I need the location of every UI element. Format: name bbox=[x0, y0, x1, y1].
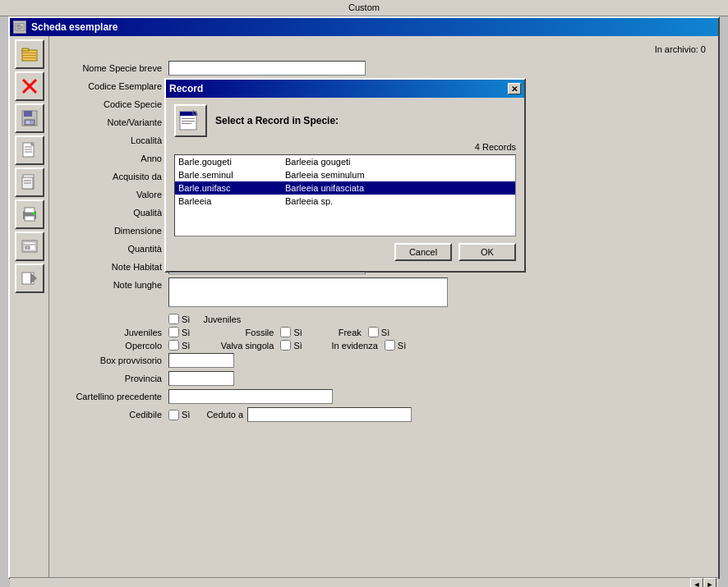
opercolo-cb[interactable] bbox=[168, 340, 179, 351]
sidebar bbox=[10, 36, 49, 577]
ced-si-label: Sì bbox=[182, 410, 190, 420]
svg-rect-32 bbox=[25, 246, 30, 249]
ceduto-a-label: Ceduto a bbox=[206, 410, 243, 420]
cedibile-row: Cedibile Sì Ceduto a bbox=[62, 407, 706, 422]
valv-si-label: Sì bbox=[293, 341, 302, 351]
juveniles-label: Sì bbox=[182, 314, 190, 324]
app-title: Custom bbox=[348, 2, 380, 12]
app-title-bar: Custom bbox=[0, 0, 728, 16]
archive-info: In archivio: 0 bbox=[62, 44, 706, 54]
dialog-icon bbox=[174, 104, 207, 137]
dialog-buttons: Cancel OK bbox=[174, 243, 516, 264]
checkbox-section: Sì Juveniles Juveniles Sì Fossile Sì bbox=[62, 314, 706, 422]
sidebar-settings-btn[interactable] bbox=[15, 232, 44, 261]
record-col1-3: Barleeia bbox=[178, 196, 285, 206]
dialog-header: Select a Record in Specie: bbox=[174, 104, 516, 137]
svg-rect-39 bbox=[182, 123, 191, 124]
cedibile-label: Cedibile bbox=[62, 410, 168, 420]
record-item-1[interactable]: Barle.seminul Barleeia seminulum bbox=[175, 168, 515, 181]
window-icon bbox=[13, 21, 26, 34]
dialog-select-label: Select a Record in Specie: bbox=[215, 115, 339, 126]
record-list[interactable]: Barle.gougeti Barleeia gougeti Barle.sem… bbox=[174, 154, 516, 236]
svg-rect-7 bbox=[23, 53, 36, 53]
svg-point-28 bbox=[32, 213, 35, 215]
svg-rect-9 bbox=[23, 57, 36, 58]
checkbox-row-opercolo: Opercolo Sì Valva singola Sì In evidenza… bbox=[62, 340, 706, 351]
svg-rect-1 bbox=[16, 25, 21, 26]
sidebar-logo-btn[interactable] bbox=[15, 39, 44, 69]
svg-rect-4 bbox=[16, 29, 21, 30]
anno-label: Anno bbox=[62, 154, 168, 163]
juveniles-checkbox[interactable] bbox=[168, 314, 179, 324]
ok-button[interactable]: OK bbox=[458, 243, 516, 261]
svg-rect-37 bbox=[182, 118, 195, 119]
sidebar-print-btn[interactable] bbox=[15, 199, 44, 229]
dialog-title: Record bbox=[169, 83, 203, 94]
bottom-scrollbar: ◄ ► bbox=[10, 577, 718, 587]
sidebar-delete-btn[interactable] bbox=[15, 71, 44, 101]
svg-rect-27 bbox=[25, 216, 35, 221]
record-col2-1: Barleeia seminulum bbox=[285, 170, 365, 180]
cancel-button[interactable]: Cancel bbox=[394, 243, 452, 261]
sidebar-doc2-btn[interactable] bbox=[15, 167, 44, 197]
dialog-title-bar: Record ✕ bbox=[166, 80, 524, 98]
note-variante-label: Note/Variante bbox=[62, 117, 168, 127]
juveniles-group: Sì bbox=[168, 314, 190, 324]
window-title-bar: Scheda esemplare bbox=[10, 18, 718, 36]
scroll-right-btn[interactable]: ► bbox=[703, 578, 716, 588]
record-col2-3: Barleeia sp. bbox=[285, 196, 333, 206]
freak-field-label: Freak bbox=[327, 328, 368, 337]
in-evidenza-cb[interactable] bbox=[385, 340, 395, 351]
record-col2-0: Barleeia gougeti bbox=[285, 157, 351, 167]
sidebar-export-btn[interactable] bbox=[15, 264, 44, 293]
svg-rect-2 bbox=[16, 26, 23, 27]
cedibile-cb[interactable] bbox=[168, 410, 179, 420]
record-item-3[interactable]: Barleeia Barleeia sp. bbox=[175, 195, 515, 208]
frk-si-label: Sì bbox=[381, 328, 389, 337]
scroll-left-btn[interactable]: ◄ bbox=[690, 578, 703, 588]
acquisito-da-label: Acquisito da bbox=[62, 172, 168, 181]
nome-specie-input[interactable] bbox=[168, 61, 366, 76]
svg-rect-3 bbox=[16, 28, 23, 29]
window-title: Scheda esemplare bbox=[31, 21, 117, 33]
foss-si-label: Sì bbox=[293, 328, 302, 337]
juv-si-label: Sì bbox=[182, 328, 190, 337]
cartellino-input[interactable] bbox=[168, 389, 333, 404]
svg-rect-38 bbox=[182, 121, 195, 122]
fossile-field-label: Fossile bbox=[214, 328, 280, 337]
ceduto-a-input[interactable] bbox=[247, 407, 412, 422]
fossile-cb[interactable] bbox=[280, 327, 291, 337]
cartellino-label: Cartellino precedente bbox=[62, 392, 168, 401]
valva-field-label: Valva singola bbox=[214, 341, 280, 351]
juveniles-cb[interactable] bbox=[168, 327, 179, 337]
nome-specie-row: Nome Specie breve bbox=[62, 61, 706, 76]
in-evidenza-field-label: In evidenza bbox=[327, 341, 385, 351]
box-provvisorio-label: Box provvisorio bbox=[62, 355, 168, 365]
note-habitat-label: Note Habitat bbox=[62, 262, 168, 272]
sidebar-doc1-btn[interactable] bbox=[15, 135, 44, 165]
dialog-close-btn[interactable]: ✕ bbox=[508, 83, 521, 94]
svg-rect-6 bbox=[22, 48, 29, 51]
codice-specie-label: Codice Specie bbox=[62, 99, 168, 109]
record-dialog: Record ✕ Sel bbox=[164, 78, 526, 273]
note-lunghe-textarea[interactable] bbox=[168, 277, 448, 307]
valva-cb[interactable] bbox=[280, 340, 291, 351]
juveniles-field-label: Juveniles bbox=[70, 328, 168, 337]
records-count: 4 Records bbox=[174, 142, 516, 152]
record-item-2[interactable]: Barle.unifasc Barleeia unifasciata bbox=[175, 181, 515, 195]
record-item-0[interactable]: Barle.gougeti Barleeia gougeti bbox=[175, 155, 515, 168]
qualita-label: Qualità bbox=[62, 208, 168, 218]
localita-label: Località bbox=[62, 135, 168, 145]
provincia-row: Provincia bbox=[62, 371, 706, 386]
note-lunghe-row: Note lunghe bbox=[62, 277, 706, 307]
box-provvisorio-input[interactable] bbox=[168, 353, 234, 368]
checkbox-row-1: Sì Juveniles bbox=[62, 314, 706, 324]
provincia-label: Provincia bbox=[62, 374, 168, 383]
svg-rect-26 bbox=[25, 208, 35, 213]
sidebar-save-btn[interactable] bbox=[15, 103, 44, 133]
provincia-input[interactable] bbox=[168, 371, 234, 386]
evid-si-label: Sì bbox=[398, 341, 406, 351]
freak-cb[interactable] bbox=[368, 327, 379, 337]
cartellino-row: Cartellino precedente bbox=[62, 389, 706, 404]
dimensione-label: Dimensione bbox=[62, 226, 168, 236]
